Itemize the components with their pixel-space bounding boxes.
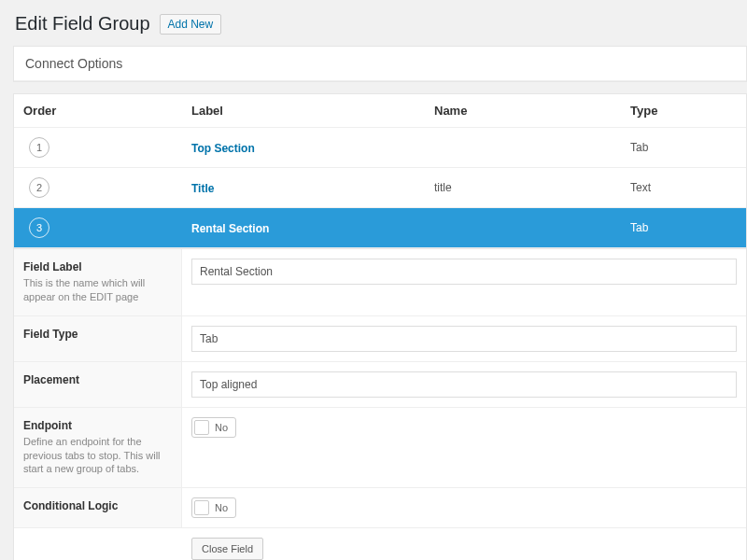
field-name	[425, 218, 621, 237]
conditional-logic-toggle[interactable]: No	[191, 497, 236, 518]
table-row[interactable]: 2 Title title Text	[14, 168, 746, 208]
field-type: Tab	[621, 132, 746, 163]
page-header: Edit Field Group Add New	[13, 9, 747, 42]
col-header-label: Label	[182, 94, 425, 127]
field-label-link[interactable]: Top Section	[191, 142, 255, 155]
table-header: Order Label Name Type	[14, 94, 746, 128]
setting-label: Placement	[23, 373, 172, 386]
setting-label: Endpoint	[23, 419, 172, 432]
field-type-select[interactable]: Tab	[191, 326, 737, 352]
add-new-button[interactable]: Add New	[160, 14, 222, 35]
table-row[interactable]: 1 Top Section Tab	[14, 128, 746, 168]
setting-label: Field Type	[23, 328, 172, 341]
col-header-order: Order	[14, 94, 182, 127]
setting-conditional-logic: Conditional Logic No	[14, 488, 746, 528]
page-title: Edit Field Group	[15, 13, 150, 35]
toggle-knob	[194, 500, 209, 515]
fields-table: Order Label Name Type 1 Top Section Tab …	[13, 93, 747, 249]
setting-label: Conditional Logic	[23, 499, 172, 512]
field-label-link[interactable]: Rental Section	[191, 222, 269, 235]
placement-select[interactable]: Top aligned	[191, 371, 737, 398]
table-row-selected[interactable]: 3 Rental Section Tab	[14, 208, 746, 248]
field-name	[425, 138, 621, 157]
group-title-panel: Connect Options	[13, 46, 747, 82]
field-label-link[interactable]: Title	[191, 182, 214, 195]
toggle-knob	[194, 420, 209, 435]
field-type: Tab	[621, 212, 746, 244]
field-type: Text	[621, 172, 746, 203]
col-header-type: Type	[621, 94, 746, 127]
field-label-input[interactable]	[191, 259, 737, 285]
setting-description: Define an endpoint for the previous tabs…	[23, 435, 172, 477]
order-badge: 3	[29, 217, 49, 238]
field-name: title	[425, 172, 621, 203]
order-badge: 1	[29, 137, 49, 158]
setting-endpoint: Endpoint Define an endpoint for the prev…	[14, 408, 746, 489]
order-badge: 2	[29, 177, 49, 198]
setting-label: Field Label	[23, 260, 172, 273]
setting-footer: Close Field	[14, 528, 746, 560]
close-field-button[interactable]: Close Field	[191, 538, 263, 560]
setting-field-label: Field Label This is the name which will …	[14, 249, 746, 316]
endpoint-toggle[interactable]: No	[191, 417, 236, 438]
setting-description: This is the name which will appear on th…	[23, 276, 172, 304]
group-title: Connect Options	[14, 47, 746, 81]
toggle-label: No	[215, 502, 228, 513]
col-header-name: Name	[425, 94, 621, 127]
field-settings: Field Label This is the name which will …	[13, 249, 747, 560]
setting-field-type: Field Type Tab	[14, 316, 746, 362]
setting-placement: Placement Top aligned	[14, 362, 746, 408]
toggle-label: No	[215, 422, 228, 433]
